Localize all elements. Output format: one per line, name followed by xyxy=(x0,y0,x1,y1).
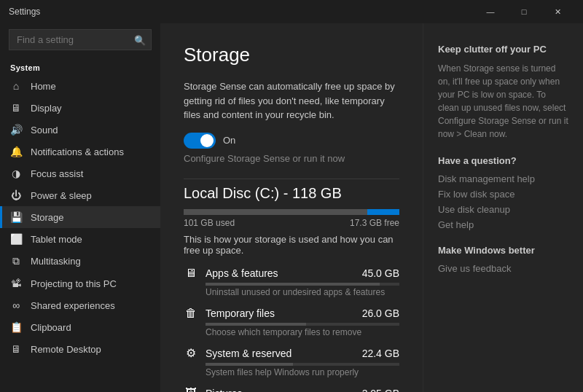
storage-item-header: ⚙ System & reserved 22.4 GB xyxy=(184,346,399,361)
sidebar-item-storage-label: Storage xyxy=(31,212,64,223)
remote-icon: 🖥 xyxy=(10,343,22,355)
sidebar-item-projecting-label: Projecting to this PC xyxy=(31,278,117,289)
storage-item-name: Temporary files xyxy=(206,307,341,319)
titlebar-title: Settings xyxy=(9,7,474,17)
panel-link[interactable]: Get help xyxy=(438,219,568,230)
clipboard-icon: 📋 xyxy=(10,321,22,333)
sidebar: 🔍 System ⌂ Home 🖥 Display 🔊 Sound 🔔 Noti… xyxy=(0,23,160,392)
panel-link[interactable]: Disk management help xyxy=(438,173,568,184)
shared-icon: ∞ xyxy=(10,299,22,311)
storage-item[interactable]: ⚙ System & reserved 22.4 GB System files… xyxy=(184,346,399,377)
sidebar-item-tablet-label: Tablet mode xyxy=(31,234,82,245)
storage-item[interactable]: 🗑 Temporary files 26.0 GB Choose which t… xyxy=(184,306,399,337)
sidebar-item-remote[interactable]: 🖥 Remote Desktop xyxy=(0,338,160,360)
toggle-row: On xyxy=(184,133,399,149)
disk-subtitle: This is how your storage is used and how… xyxy=(184,234,399,256)
sidebar-item-home-label: Home xyxy=(31,81,56,92)
main-layout: 🔍 System ⌂ Home 🖥 Display 🔊 Sound 🔔 Noti… xyxy=(0,23,583,392)
sidebar-item-multitasking-label: Multitasking xyxy=(31,256,81,267)
disk-labels: 101 GB used 17.3 GB free xyxy=(184,218,399,228)
storage-item-bar xyxy=(206,283,399,286)
sidebar-item-storage[interactable]: 💾 Storage xyxy=(0,206,160,228)
storage-item-size: 3.05 GB xyxy=(348,388,399,393)
sidebar-item-focus-label: Focus assist xyxy=(31,168,83,179)
panel-section3-title: Make Windows better xyxy=(438,245,568,256)
right-panel: Keep clutter off your PC When Storage se… xyxy=(423,23,583,392)
storage-item-size: 45.0 GB xyxy=(348,267,399,279)
sound-icon: 🔊 xyxy=(10,124,22,136)
storage-item-desc: Choose which temporary files to remove xyxy=(206,327,399,337)
storage-sense-description: Storage Sense can automatically free up … xyxy=(184,79,399,122)
sidebar-item-sound[interactable]: 🔊 Sound xyxy=(0,119,160,141)
tablet-icon: ⬜ xyxy=(10,233,22,245)
storage-item-header: 🖥 Apps & features 45.0 GB xyxy=(184,266,399,281)
page-title: Storage xyxy=(184,44,399,66)
storage-item-bar xyxy=(206,363,399,366)
storage-item-name: Pictures xyxy=(206,388,341,393)
sidebar-item-power-label: Power & sleep xyxy=(31,190,92,201)
content-area: Storage Storage Sense can automatically … xyxy=(160,23,423,392)
storage-item-icon: 🖼 xyxy=(184,386,198,393)
disk-bar-used xyxy=(184,209,367,215)
sidebar-item-notifications[interactable]: 🔔 Notifications & actions xyxy=(0,141,160,162)
maximize-button[interactable]: □ xyxy=(507,0,541,23)
panel-links-list: Disk management helpFix low disk spaceUs… xyxy=(438,173,568,230)
display-icon: 🖥 xyxy=(10,102,22,114)
sidebar-item-home[interactable]: ⌂ Home xyxy=(0,75,160,97)
sidebar-item-sound-label: Sound xyxy=(31,125,58,136)
storage-item-size: 22.4 GB xyxy=(348,348,399,359)
sidebar-section-label: System xyxy=(0,59,160,75)
panel-link[interactable]: Fix low disk space xyxy=(438,189,568,200)
sidebar-item-display-label: Display xyxy=(31,103,62,114)
sidebar-item-tablet[interactable]: ⬜ Tablet mode xyxy=(0,228,160,250)
panel-section2: Have a question? Disk management helpFix… xyxy=(438,155,568,230)
disk-free-label: 17.3 GB free xyxy=(350,218,399,228)
disk-title: Local Disc (C:) - 118 GB xyxy=(184,179,399,202)
focus-icon: ◑ xyxy=(10,168,22,179)
toggle-label: On xyxy=(223,135,235,146)
panel-section1-text: When Storage sense is turned on, it'll f… xyxy=(438,62,568,141)
storage-item-header: 🖼 Pictures 3.05 GB xyxy=(184,386,399,393)
storage-item-desc: Uninstall unused or undesired apps & fea… xyxy=(206,287,399,297)
close-button[interactable]: ✕ xyxy=(541,0,574,23)
minimize-button[interactable]: — xyxy=(474,0,507,23)
storage-item-desc: System files help Windows run properly xyxy=(206,367,399,377)
multitasking-icon: ⧉ xyxy=(10,255,22,267)
sidebar-item-projecting[interactable]: 📽 Projecting to this PC xyxy=(0,273,160,294)
storage-items-list: 🖥 Apps & features 45.0 GB Uninstall unus… xyxy=(184,266,399,393)
sidebar-item-clipboard[interactable]: 📋 Clipboard xyxy=(0,316,160,338)
sidebar-item-display[interactable]: 🖥 Display xyxy=(0,97,160,119)
titlebar-controls: — □ ✕ xyxy=(474,0,574,23)
storage-item-icon: 🖥 xyxy=(184,266,198,281)
storage-item[interactable]: 🖥 Apps & features 45.0 GB Uninstall unus… xyxy=(184,266,399,297)
disk-used-label: 101 GB used xyxy=(184,218,235,228)
sidebar-item-notifications-label: Notifications & actions xyxy=(31,146,124,157)
search-container: 🔍 xyxy=(9,29,152,50)
storage-item-bar-fill xyxy=(206,363,293,366)
storage-item-bar xyxy=(206,323,399,326)
storage-item-size: 26.0 GB xyxy=(348,307,399,319)
storage-item-name: Apps & features xyxy=(206,267,341,279)
storage-icon: 💾 xyxy=(10,211,22,223)
disk-bar-free xyxy=(367,209,399,215)
sidebar-item-shared[interactable]: ∞ Shared experiences xyxy=(0,294,160,316)
storage-item-icon: ⚙ xyxy=(184,346,198,361)
sidebar-item-focus[interactable]: ◑ Focus assist xyxy=(0,162,160,184)
panel-section1-title: Keep clutter off your PC xyxy=(438,44,568,55)
storage-item-bar-fill xyxy=(206,283,380,286)
storage-item[interactable]: 🖼 Pictures 3.05 GB Manage the Pictures f… xyxy=(184,386,399,393)
search-input[interactable] xyxy=(9,29,152,50)
sidebar-item-remote-label: Remote Desktop xyxy=(31,344,101,355)
storage-item-bar-fill xyxy=(206,323,306,326)
sidebar-item-multitasking[interactable]: ⧉ Multitasking xyxy=(0,250,160,273)
sidebar-item-shared-label: Shared experiences xyxy=(31,300,115,311)
home-icon: ⌂ xyxy=(10,80,22,92)
panel-link[interactable]: Use disk cleanup xyxy=(438,204,568,215)
feedback-link[interactable]: Give us feedback xyxy=(438,263,568,274)
sidebar-item-power[interactable]: ⏻ Power & sleep xyxy=(0,184,160,206)
storage-sense-toggle[interactable] xyxy=(184,133,216,149)
panel-section2-title: Have a question? xyxy=(438,155,568,166)
configure-link[interactable]: Configure Storage Sense or run it now xyxy=(184,153,399,164)
power-icon: ⏻ xyxy=(10,189,22,201)
storage-item-icon: 🗑 xyxy=(184,306,198,321)
